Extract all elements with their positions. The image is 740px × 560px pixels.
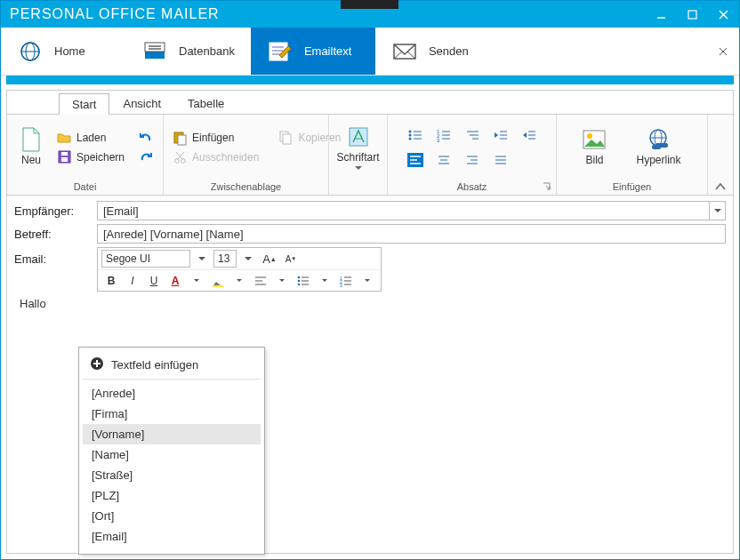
align-dropdown[interactable] [272,272,292,290]
svg-rect-72 [213,285,224,287]
context-menu-item[interactable]: [Anrede] [83,383,261,404]
tab-start[interactable]: Start [59,93,109,115]
nav-home[interactable]: Home [1,28,125,75]
multilevel-list-button[interactable] [464,128,480,142]
folder-open-icon [57,131,71,145]
nav-emailtext[interactable]: Emailtext [251,28,375,75]
context-menu-item[interactable]: [Straße] [83,465,261,485]
paste-button[interactable]: Einfügen [169,128,262,148]
svg-rect-23 [178,135,186,145]
new-file-icon [20,128,43,151]
load-button[interactable]: Laden [53,128,128,148]
highlight-button[interactable] [208,272,228,290]
font-button[interactable]: Schriftart [334,124,382,172]
undo-button[interactable] [135,128,157,148]
undo-icon [139,131,153,145]
italic-button[interactable]: I [123,272,142,290]
align-left-button[interactable] [407,153,423,167]
tab-tabelle[interactable]: Tabelle [174,92,237,114]
recipient-dropdown[interactable] [710,201,726,220]
svg-rect-29 [283,134,291,144]
save-icon [57,150,71,164]
subject-label: Betreff: [14,228,90,241]
svg-point-77 [298,279,301,282]
align-justify-button[interactable] [493,153,509,167]
editor-cell: Segoe UI 13 A▲ A▼ B I U A [97,247,726,292]
svg-point-78 [298,283,301,285]
subject-input[interactable] [97,224,726,244]
form-fields: Empfänger: Betreff: Email: Segoe UI 13 [7,196,733,292]
numbers-button[interactable]: 123 [336,272,356,290]
email-label: Email: [14,247,90,266]
highlight-dropdown[interactable] [229,272,249,290]
redo-button[interactable] [135,148,157,167]
svg-point-34 [408,137,411,140]
hyperlink-button[interactable]: Hyperlink [629,126,688,168]
maximize-button[interactable] [677,1,708,28]
font-family-dropdown[interactable] [192,250,212,268]
context-menu-item[interactable]: [Ort] [83,506,261,526]
globe-icon [17,38,44,65]
hyperlink-icon [647,128,670,151]
indent-increase-button[interactable] [521,128,537,142]
context-menu-item[interactable]: [Firma] [83,404,261,424]
font-color-button[interactable]: A [165,272,185,290]
context-menu-item[interactable]: [PLZ] [83,485,261,506]
underline-button[interactable]: U [144,272,164,290]
font-size-select[interactable]: 13 [213,250,237,268]
dialog-launcher-icon[interactable] [542,182,552,193]
minimize-button[interactable] [646,1,677,28]
svg-point-66 [587,133,592,139]
ribbon-group-zwischenablage: Einfügen Ausschneiden Kopieren Zwischena… [164,115,329,195]
align-right-button[interactable] [464,153,480,167]
nav-bar: Home Datenbank Emailtext Senden [1,28,739,76]
nav-home-label: Home [54,44,85,58]
svg-point-25 [181,159,185,164]
font-icon [347,125,370,148]
new-button[interactable]: Neu [12,126,50,168]
svg-point-76 [298,276,301,278]
app-window: PERSONAL OFFICE MAILER Home Datenbank Em… [0,0,740,560]
font-family-select[interactable]: Segoe UI [101,250,190,268]
context-menu-item[interactable]: [Name] [83,444,261,465]
recipient-input[interactable] [97,201,710,220]
image-icon [583,128,606,151]
tray-icon [141,38,168,65]
chevron-down-icon [355,166,362,170]
cut-icon [173,150,187,164]
bold-button[interactable]: B [101,272,121,290]
close-button[interactable] [708,1,739,28]
num-list-button[interactable]: 123 [436,128,452,142]
context-menu-item[interactable]: [Vorname] [83,424,261,444]
recipient-label: Empfänger: [14,204,90,218]
shrink-font-button[interactable]: A▼ [281,250,301,268]
align-button[interactable] [251,272,270,290]
ribbon-group-schriftart: Schriftart [329,115,388,195]
context-menu-item[interactable]: [Email] [83,526,261,547]
numbers-dropdown[interactable] [358,272,377,290]
align-center-button[interactable] [436,153,452,167]
save-button[interactable]: Speichern [53,148,128,167]
font-size-dropdown[interactable] [238,250,258,268]
editor-body[interactable]: Hallo Textfeld einfügen [Anrede][Firma][… [7,292,733,553]
context-menu-header[interactable]: Textfeld einfügen [83,353,261,380]
image-button[interactable]: Bild [575,126,613,168]
bullets-dropdown[interactable] [315,272,334,290]
collapse-ribbon-button[interactable] [708,115,733,195]
compose-icon [267,38,294,65]
tab-close-icon[interactable] [714,43,732,60]
group-label-zwischenablage: Zwischenablage [164,180,328,195]
bullet-list-button[interactable] [407,128,423,142]
group-label-absatz: Absatz [388,180,556,195]
tab-ansicht[interactable]: Ansicht [109,92,174,114]
titlebar-notch [341,0,398,9]
svg-rect-71 [652,145,661,149]
nav-senden[interactable]: Senden [375,28,500,75]
indent-decrease-button[interactable] [493,128,509,142]
cut-button[interactable]: Ausschneiden [169,148,262,167]
svg-text:3: 3 [340,283,342,288]
grow-font-button[interactable]: A▲ [260,250,279,268]
bullets-button[interactable] [294,272,313,290]
nav-datenbank[interactable]: Datenbank [125,28,251,75]
font-color-dropdown[interactable] [187,272,206,290]
